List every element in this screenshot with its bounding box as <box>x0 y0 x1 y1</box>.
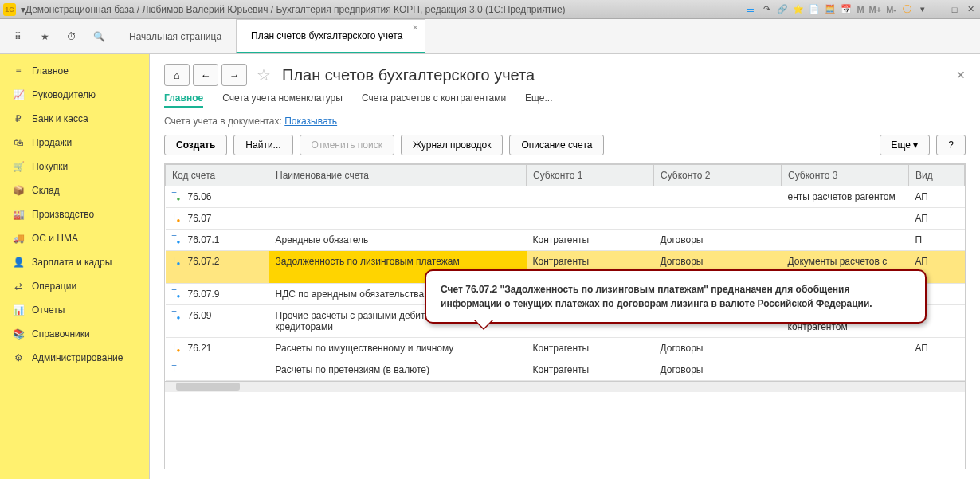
subtab-more[interactable]: Еще... <box>525 92 552 108</box>
sidebar-icon: ⇄ <box>11 281 25 292</box>
sys-icon[interactable]: ↷ <box>760 3 773 16</box>
sidebar-item[interactable]: ⚙Администрирование <box>0 346 149 370</box>
sidebar-label: Банк и касса <box>32 113 88 124</box>
table-row[interactable]: T●76.21 Расчеты по имущественному и личн… <box>166 338 965 359</box>
cell-code: T <box>166 359 269 381</box>
cell-code: T●76.07.2 <box>166 251 269 284</box>
cell-sub3 <box>782 359 909 381</box>
page-title: План счетов бухгалтерского учета <box>282 66 535 84</box>
sidebar-item[interactable]: 🛒Покупки <box>0 155 149 179</box>
horizontal-scrollbar[interactable] <box>165 381 965 392</box>
m-minus-button[interactable]: M- <box>885 3 897 16</box>
subtab-contractors[interactable]: Счета расчетов с контрагентами <box>362 92 506 108</box>
action-buttons: Создать Найти... Отменить поиск Журнал п… <box>164 135 966 155</box>
doc-accounts-line: Счета учета в документах: Показывать <box>164 116 966 127</box>
subtab-main[interactable]: Главное <box>164 92 203 108</box>
sys-icon[interactable]: ☰ <box>744 3 757 16</box>
apps-icon[interactable]: ⠿ <box>6 26 29 48</box>
cell-code: T●76.07.9 <box>166 284 269 305</box>
column-header[interactable]: Субконто 1 <box>527 165 654 186</box>
star-icon[interactable]: ★ <box>33 26 56 48</box>
column-header[interactable]: Наименование счета <box>269 165 527 186</box>
sidebar-item[interactable]: 📊Отчеты <box>0 298 149 322</box>
description-button[interactable]: Описание счета <box>509 135 604 155</box>
sys-icon[interactable]: 📄 <box>808 3 821 16</box>
cell-name <box>269 186 527 208</box>
sys-icon[interactable]: ⭐ <box>792 3 805 16</box>
sidebar-item[interactable]: ₽Банк и касса <box>0 107 149 131</box>
sidebar-icon: ⚙ <box>11 352 25 363</box>
sidebar-label: Покупки <box>32 161 68 172</box>
history-icon[interactable]: ⏱ <box>61 26 83 48</box>
tab-label: План счетов бухгалтерского учета <box>251 30 402 41</box>
sidebar-icon: 📦 <box>11 185 25 196</box>
nav-forward-button[interactable]: → <box>221 64 247 86</box>
subtab-nomenclature[interactable]: Счета учета номенклатуры <box>222 92 343 108</box>
cell-sub1 <box>527 208 654 230</box>
table-row[interactable]: T●76.06 енты расчетов рагентом АП <box>166 186 965 208</box>
minimize-icon[interactable]: ─ <box>932 3 945 16</box>
dropdown-icon[interactable]: ▾ <box>916 3 929 16</box>
favorite-icon[interactable]: ☆ <box>257 65 276 84</box>
nav-home-button[interactable]: ⌂ <box>164 64 190 86</box>
sidebar-label: ОС и НМА <box>32 233 78 244</box>
sidebar-icon: 🛒 <box>11 161 25 172</box>
search-icon[interactable]: 🔍 <box>88 26 110 48</box>
sys-icon[interactable]: 📅 <box>840 3 853 16</box>
more-button[interactable]: Еще ▾ <box>880 135 931 155</box>
sidebar-label: Склад <box>32 185 60 196</box>
page-close-icon[interactable]: ✕ <box>956 69 966 81</box>
table-row[interactable]: T●76.07.1 Арендные обязатель Контрагенты… <box>166 230 965 251</box>
sidebar: ≡Главное📈Руководителю₽Банк и касса🛍Прода… <box>0 54 150 479</box>
help-button[interactable]: ? <box>936 135 966 155</box>
table-row[interactable]: T Расчеты по претензиям (в валюте) Контр… <box>166 359 965 381</box>
sidebar-item[interactable]: 👤Зарплата и кадры <box>0 250 149 274</box>
cell-sub2: Договоры <box>654 359 782 381</box>
journal-button[interactable]: Журнал проводок <box>401 135 504 155</box>
sidebar-icon: 🛍 <box>11 137 25 148</box>
sidebar-icon: 🚚 <box>11 233 25 244</box>
table-row[interactable]: T●76.07 АП <box>166 208 965 230</box>
sys-icon[interactable]: 🧮 <box>824 3 837 16</box>
sys-icon[interactable]: 🔗 <box>776 3 789 16</box>
cancel-search-button: Отменить поиск <box>300 135 394 155</box>
sidebar-item[interactable]: 🛍Продажи <box>0 131 149 155</box>
sidebar-item[interactable]: 🚚ОС и НМА <box>0 226 149 250</box>
sidebar-item[interactable]: 🏭Производство <box>0 202 149 226</box>
column-header[interactable]: Вид <box>909 165 965 186</box>
sidebar-item[interactable]: 📚Справочники <box>0 322 149 346</box>
tab-chart-of-accounts[interactable]: План счетов бухгалтерского учета ✕ <box>236 19 425 53</box>
sidebar-item[interactable]: ⇄Операции <box>0 274 149 298</box>
create-button[interactable]: Создать <box>164 135 227 155</box>
tab-close-icon[interactable]: ✕ <box>412 23 418 32</box>
column-header[interactable]: Субконто 2 <box>654 165 782 186</box>
close-icon[interactable]: ✕ <box>964 3 977 16</box>
sidebar-icon: 👤 <box>11 257 25 268</box>
doc-accounts-link[interactable]: Показывать <box>284 116 337 127</box>
cell-sub2: Договоры <box>654 338 782 359</box>
cell-sub1 <box>527 186 654 208</box>
sidebar-item[interactable]: ≡Главное <box>0 59 149 83</box>
cell-name: Расчеты по имущественному и личному <box>269 338 527 359</box>
help-icon[interactable]: ⓘ <box>900 3 913 16</box>
m-plus-button[interactable]: M+ <box>868 3 883 16</box>
nav-back-button[interactable]: ← <box>193 64 218 86</box>
cell-code: T●76.21 <box>166 338 269 359</box>
doc-accounts-label: Счета учета в документах: <box>164 116 282 127</box>
sidebar-icon: 📈 <box>11 89 25 100</box>
sidebar-item[interactable]: 📦Склад <box>0 179 149 202</box>
column-header[interactable]: Субконто 3 <box>782 165 909 186</box>
sidebar-icon: 🏭 <box>11 209 25 220</box>
main-panel: ⌂ ← → ☆ План счетов бухгалтерского учета… <box>150 54 980 479</box>
maximize-icon[interactable]: □ <box>948 3 961 16</box>
column-header[interactable]: Код счета <box>166 165 269 186</box>
app-logo: 1C <box>3 3 16 16</box>
m-button[interactable]: M <box>856 3 864 16</box>
tab-home[interactable]: Начальная страница <box>115 19 236 53</box>
cell-vid: П <box>909 230 965 251</box>
find-button[interactable]: Найти... <box>233 135 292 155</box>
sidebar-item[interactable]: 📈Руководителю <box>0 83 149 107</box>
cell-sub3 <box>782 208 909 230</box>
cell-sub2 <box>654 186 782 208</box>
cell-sub3: енты расчетов рагентом <box>782 186 909 208</box>
